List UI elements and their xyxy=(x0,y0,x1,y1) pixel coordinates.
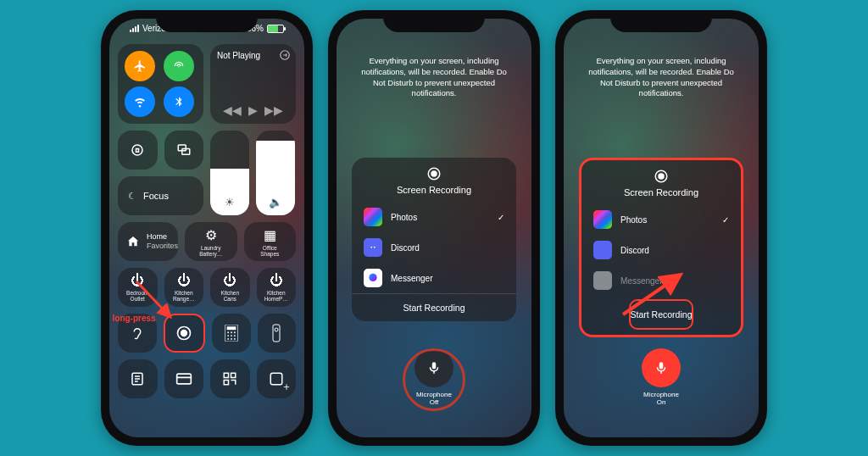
record-icon xyxy=(654,169,669,184)
notch xyxy=(610,10,712,32)
screen-recording-sheet: Everything on your screen, including not… xyxy=(337,19,531,437)
discord-app-icon xyxy=(593,241,612,259)
notes-button[interactable] xyxy=(118,359,158,398)
airplane-toggle[interactable] xyxy=(125,51,155,81)
home-accessory-1[interactable]: ▦OfficeShapes xyxy=(244,222,297,261)
focus-label: Focus xyxy=(143,191,169,201)
control-center-screen: Verizon ➤ 66% Not Playing ◀◀ ▶ ▶ xyxy=(109,19,304,437)
orientation-lock-button[interactable] xyxy=(118,131,158,170)
svg-rect-22 xyxy=(231,373,236,377)
svg-point-13 xyxy=(234,335,236,336)
svg-rect-17 xyxy=(273,325,280,342)
home-accessory-0[interactable]: ⚙LaundryBattery… xyxy=(185,222,237,261)
screen-recording-modal: Screen Recording Photos ✓ Discord Messen… xyxy=(352,158,516,321)
svg-point-9 xyxy=(231,331,232,333)
phone-frame-3: Everything on your screen, including not… xyxy=(555,10,767,446)
app-row-discord[interactable]: Discord xyxy=(352,232,516,263)
home-accessory-2[interactable]: ⏻BedroomOutlet xyxy=(118,268,158,307)
screen-recording-sheet-mic-on: Everything on your screen, including not… xyxy=(564,19,759,437)
sun-icon: ☀ xyxy=(210,196,249,209)
brightness-slider[interactable]: ☀ xyxy=(210,131,249,215)
screen-mirroring-button[interactable] xyxy=(164,131,204,170)
svg-rect-23 xyxy=(225,381,229,385)
home-accessory-4[interactable]: ⏻KitchenCans xyxy=(210,268,250,307)
now-playing-label: Not Playing xyxy=(217,51,260,60)
messenger-app-icon xyxy=(364,269,382,287)
phone-frame-1: Verizon ➤ 66% Not Playing ◀◀ ▶ ▶ xyxy=(101,10,313,446)
app-row-discord[interactable]: Discord xyxy=(581,235,741,265)
wifi-toggle[interactable] xyxy=(125,86,155,117)
app-row-photos[interactable]: Photos ✓ xyxy=(352,202,516,232)
qr-code-button[interactable] xyxy=(210,359,250,398)
checkmark-icon: ✓ xyxy=(498,213,504,222)
notch xyxy=(156,10,258,32)
phone-frame-2: Everything on your screen, including not… xyxy=(328,10,540,446)
svg-point-29 xyxy=(659,174,664,179)
annotation-long-press: long-press xyxy=(113,314,156,323)
svg-point-5 xyxy=(181,331,187,336)
svg-point-1 xyxy=(132,145,142,155)
bluetooth-toggle[interactable] xyxy=(164,86,194,117)
microphone-toggle-on[interactable] xyxy=(642,348,681,387)
svg-rect-24 xyxy=(270,373,282,385)
messenger-app-icon xyxy=(593,271,612,290)
media-controls[interactable]: ◀◀ ▶ ▶▶ xyxy=(223,103,283,117)
cellular-toggle[interactable] xyxy=(164,51,194,81)
record-icon xyxy=(426,166,442,181)
home-accessory-5[interactable]: ⏻KitchenHomeP… xyxy=(257,268,297,307)
now-playing-module[interactable]: Not Playing ◀◀ ▶ ▶▶ xyxy=(210,44,296,124)
start-recording-button-highlighted[interactable]: Start Recording xyxy=(629,299,694,330)
recording-hint-text: Everything on your screen, including not… xyxy=(582,56,740,99)
battery-icon xyxy=(267,25,284,33)
svg-rect-7 xyxy=(226,326,236,330)
svg-point-15 xyxy=(231,338,232,340)
svg-point-14 xyxy=(227,338,229,340)
microphone-on-label: Microphone On xyxy=(643,391,679,407)
screen-record-button[interactable]: long-press xyxy=(164,314,206,353)
svg-point-18 xyxy=(275,328,278,331)
connectivity-module[interactable] xyxy=(118,44,203,124)
notch xyxy=(383,10,485,32)
moon-icon: ☾ xyxy=(128,191,136,202)
svg-point-10 xyxy=(234,331,236,333)
recording-hint-text: Everything on your screen, including not… xyxy=(355,56,513,99)
add-control-button[interactable]: ＋ xyxy=(257,359,297,398)
modal-title: Screen Recording xyxy=(397,185,471,195)
svg-rect-21 xyxy=(225,373,229,377)
volume-slider[interactable]: 🔈 xyxy=(256,131,295,215)
home-accessory-3[interactable]: ⏻KitchenRange… xyxy=(164,268,204,307)
svg-point-16 xyxy=(234,338,236,340)
svg-point-27 xyxy=(369,274,376,281)
screen-recording-modal-highlighted: Screen Recording Photos ✓ Discord Messen… xyxy=(579,158,743,337)
start-recording-button[interactable]: Start Recording xyxy=(352,293,516,321)
photos-app-icon xyxy=(364,208,382,226)
discord-app-icon xyxy=(364,238,382,257)
app-row-photos[interactable]: Photos ✓ xyxy=(581,204,741,235)
wallet-button[interactable] xyxy=(164,359,204,398)
signal-icon xyxy=(130,25,139,32)
checkmark-icon: ✓ xyxy=(722,215,729,225)
svg-point-12 xyxy=(231,335,232,336)
speaker-icon: 🔈 xyxy=(256,196,295,209)
photos-app-icon xyxy=(593,210,612,229)
annotation-circle-mic xyxy=(403,348,465,411)
calculator-button[interactable] xyxy=(212,314,251,353)
app-row-messenger-cut[interactable]: Messenger xyxy=(581,265,741,296)
home-tile[interactable]: HomeFavorites xyxy=(118,222,178,261)
modal-title: Screen Recording xyxy=(624,187,698,197)
svg-point-8 xyxy=(227,331,229,333)
svg-rect-20 xyxy=(176,374,191,384)
focus-button[interactable]: ☾ Focus xyxy=(118,176,203,215)
svg-point-11 xyxy=(227,335,229,336)
svg-point-26 xyxy=(431,171,437,176)
home-icon xyxy=(126,235,140,248)
apple-tv-remote-button[interactable] xyxy=(258,314,297,353)
app-row-messenger[interactable]: Messenger xyxy=(352,263,516,293)
